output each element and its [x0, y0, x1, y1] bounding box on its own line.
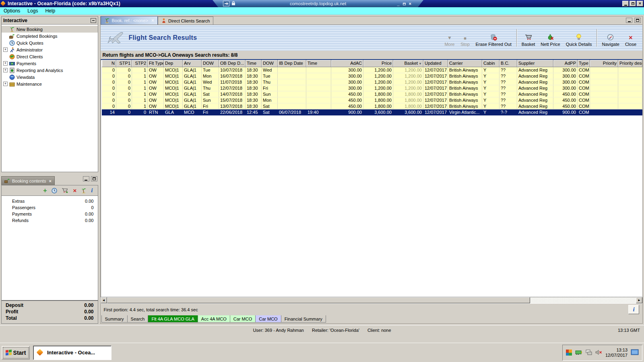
view-minimize-button[interactable] — [626, 18, 632, 23]
column-header-adac[interactable]: AdAC — [331, 60, 363, 67]
list-item[interactable]: Passengers0 — [2, 204, 98, 211]
palm-tree-button[interactable] — [81, 188, 87, 193]
sidebar-item-reporting-and-analytics[interactable]: +Reporting and Analytics — [2, 67, 98, 74]
quick-quote-button[interactable] — [52, 188, 57, 193]
column-header-updated[interactable]: Updated — [423, 60, 448, 67]
panel-maximize-button[interactable] — [91, 176, 97, 181]
info-button[interactable]: i — [91, 188, 93, 193]
table-row[interactable]: 001OWMCO|1GLA|1Wed11/07/201818:30Thu300.… — [102, 79, 642, 85]
list-item[interactable]: Refunds0.00 — [2, 217, 98, 224]
column-header-basket[interactable]: Basket▼ — [393, 60, 423, 67]
sidebar-item-payments[interactable]: +Payments — [2, 60, 98, 67]
scrollbar-track[interactable] — [107, 297, 636, 303]
close-button[interactable]: × — [637, 1, 643, 6]
table-row[interactable]: 001OWMCO|1GLA|1Fri13/07/201818:30Sat450.… — [102, 103, 642, 109]
start-button[interactable]: Start — [2, 346, 30, 360]
column-header-price[interactable]: Price — [363, 60, 393, 67]
restore-button[interactable] — [630, 1, 636, 6]
sidebar-item-viewdata[interactable]: Viewdata — [2, 74, 98, 80]
column-header-n[interactable]: N — [102, 60, 116, 67]
menu-logs[interactable]: Logs — [24, 8, 41, 14]
menu-help[interactable]: Help — [41, 8, 59, 14]
delete-button[interactable]: × — [73, 188, 77, 193]
minimize-button[interactable] — [622, 1, 629, 6]
column-header-time[interactable]: Time — [306, 60, 331, 67]
expand-icon[interactable]: + — [3, 61, 8, 66]
column-header-time[interactable]: Time — [246, 60, 262, 67]
sidebar-item-new-booking[interactable]: New Booking — [2, 26, 98, 33]
tray-icon-volume-muted[interactable] — [595, 350, 602, 356]
quick-details-button[interactable]: Quick Details — [563, 28, 595, 48]
erase-filtered-out-button[interactable]: Erase Filtered Out — [473, 28, 514, 48]
expand-icon[interactable]: + — [3, 68, 8, 72]
tray-icon-remote-display[interactable] — [631, 349, 639, 356]
table-row[interactable]: 001OWMCO|1GLA|1Thu12/07/201818:30Fri300.… — [102, 85, 642, 91]
list-item[interactable]: Payments0.00 — [2, 211, 98, 217]
sidebar-collapse-button[interactable] — [91, 18, 96, 23]
rdp-minimize-button[interactable]: _ — [397, 1, 399, 6]
close-panel-icon[interactable]: × — [49, 179, 51, 183]
horizontal-scrollbar[interactable]: ◄ ► — [101, 297, 643, 303]
column-header-carrier[interactable]: Carrier — [448, 60, 482, 67]
close-button[interactable]: ×Close — [622, 28, 639, 48]
column-header-dow[interactable]: DOW — [262, 60, 278, 67]
column-header-priority[interactable]: Priority — [590, 60, 618, 67]
column-header-type[interactable]: Type — [578, 60, 590, 67]
bottom-tab-car-mco[interactable]: Car MCO — [230, 315, 256, 323]
sidebar-item-administrator[interactable]: +Administrator — [2, 46, 98, 53]
menu-options[interactable]: Options — [0, 8, 24, 14]
booking-contents-tab[interactable]: Booking contents × — [1, 176, 55, 185]
bottom-tab-search[interactable]: Search — [127, 315, 149, 323]
rdp-restore-button[interactable] — [403, 1, 406, 6]
rdp-pin-button[interactable] — [223, 1, 229, 6]
tray-icon-antivirus[interactable] — [566, 350, 572, 356]
column-header-dep[interactable]: Dep — [164, 60, 183, 67]
scroll-right-icon[interactable]: ► — [636, 297, 642, 303]
expand-icon[interactable]: + — [3, 47, 8, 52]
column-header-cabin[interactable]: Cabin — [482, 60, 500, 67]
tab-direct-clients-search[interactable]: Direct Clients Search — [158, 16, 213, 25]
taskbar-task-button[interactable]: Interactive - Ocea... — [33, 346, 111, 360]
column-header-arv[interactable]: Arv — [183, 60, 202, 67]
expand-icon[interactable]: + — [3, 82, 8, 86]
table-row-selected[interactable]: 1400RTNGLAMCOFri22/06/201812:45Sat06/07/… — [102, 109, 642, 115]
table-row[interactable]: 001OWMCO|1GLA|1Sun15/07/201818:30Mon450.… — [102, 97, 642, 103]
table-row[interactable]: 001OWMCO|1GLA|1Mon16/07/201818:30Tue300.… — [102, 73, 642, 79]
bottom-tab-summary[interactable]: Summary — [101, 315, 128, 323]
column-header-priority-descripti[interactable]: Priority descripti — [618, 60, 642, 67]
rdp-close-button[interactable]: × — [409, 1, 411, 6]
tab-book-ref-none[interactable]: Book. ref.: <none>× — [101, 16, 158, 25]
column-header-supplier[interactable]: Supplier — [517, 60, 553, 67]
sidebar-item-completed-bookings[interactable]: Completed Bookings — [2, 33, 98, 39]
column-header-b-c[interactable]: B.C. — [500, 60, 517, 67]
column-header-stp2[interactable]: STP2 — [132, 60, 148, 67]
column-header-dow[interactable]: DOW — [202, 60, 219, 67]
column-header-flt-type[interactable]: Flt Type — [148, 60, 164, 67]
close-tab-icon[interactable]: × — [151, 18, 154, 23]
bottom-tab-financial-summary[interactable]: Financial Summary — [281, 315, 326, 323]
navigate-button[interactable]: Navigate — [599, 28, 622, 48]
column-header-ib-dep-date[interactable]: IB Dep Date — [278, 60, 306, 67]
panel-minimize-button[interactable] — [83, 176, 89, 181]
column-header-stp1[interactable]: STP1 — [116, 60, 132, 67]
column-header-ob-dep-d[interactable]: OB Dep D... — [219, 60, 246, 67]
basket-arrow-button[interactable] — [62, 187, 69, 193]
sidebar-item-direct-clients[interactable]: Direct Clients — [2, 53, 98, 60]
view-maximize-button[interactable] — [634, 18, 641, 23]
sidebar-item-quick-quotes[interactable]: Quick Quotes — [2, 39, 98, 46]
scroll-left-icon[interactable]: ◄ — [101, 297, 107, 303]
column-header-adpp[interactable]: AdPP — [553, 60, 578, 67]
add-button[interactable]: + — [43, 188, 47, 193]
table-row[interactable]: 001OWMCO|1GLA|1Sat14/07/201818:30Sun450.… — [102, 91, 642, 97]
bottom-tab-flt-4a-gla-mco-gla[interactable]: Flt 4A GLA MCO GLA — [148, 315, 198, 323]
tray-icon-network[interactable] — [586, 350, 592, 356]
bottom-tab-acc-4a-mco[interactable]: Acc 4A MCO — [198, 315, 230, 323]
scrollbar-thumb[interactable] — [107, 297, 530, 303]
basket-button[interactable]: Basket — [519, 28, 538, 48]
list-item[interactable]: Extras0.00 — [2, 198, 98, 204]
tray-icon-network-card[interactable] — [575, 350, 582, 356]
bottom-tab-car-mco[interactable]: Car MCO — [255, 315, 281, 323]
nett-price-button[interactable]: Nett Price — [538, 28, 563, 48]
info-button[interactable]: i — [628, 305, 639, 314]
sidebar-item-maintenance[interactable]: +Maintenance — [2, 80, 98, 87]
